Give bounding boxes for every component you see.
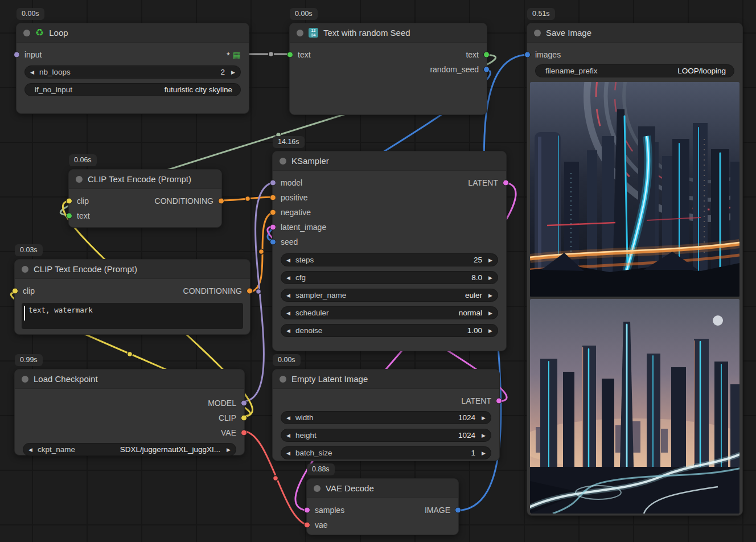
node-clip-text-encode-positive[interactable]: 0.06s CLIP Text Encode (Prompt) clip CON… (68, 169, 222, 228)
collapse-dot[interactable] (534, 30, 541, 36)
next-option-arrow-icon[interactable]: ▶ (485, 293, 492, 298)
node-loop[interactable]: 0.00s ♻ Loop input * ▦ ◀ nb_loops 2 ▶ if… (16, 23, 249, 114)
output-port-text[interactable] (483, 52, 490, 58)
next-option-arrow-icon[interactable]: ▶ (485, 310, 492, 316)
node-titlebar[interactable]: Empty Latent Image (273, 369, 499, 389)
node-title: CLIP Text Encode (Prompt) (34, 264, 137, 274)
node-graph-canvas[interactable]: 0.00s ♻ Loop input * ▦ ◀ nb_loops 2 ▶ if… (0, 0, 756, 542)
decrement-arrow-icon[interactable]: ◀ (286, 433, 294, 438)
input-port-clip[interactable] (66, 198, 72, 204)
increment-arrow-icon[interactable]: ▶ (485, 257, 492, 263)
random-number-icon: 1234 (309, 28, 318, 38)
input-port-input[interactable] (14, 52, 20, 58)
node-titlebar[interactable]: CLIP Text Encode (Prompt) (69, 170, 221, 189)
decrement-arrow-icon[interactable]: ◀ (286, 450, 294, 456)
input-port-label: text (77, 211, 90, 220)
node-ksampler[interactable]: 14.16s KSampler model LATENT positive ne… (272, 151, 507, 351)
next-option-arrow-icon[interactable]: ▶ (223, 447, 231, 453)
collapse-dot[interactable] (280, 158, 286, 165)
port-row: clip CONDITIONING (15, 284, 250, 298)
increment-arrow-icon[interactable]: ▶ (485, 328, 492, 334)
wildcard-output-label: * (227, 50, 230, 60)
decrement-arrow-icon[interactable]: ◀ (30, 69, 38, 75)
input-port-samples[interactable] (304, 507, 310, 514)
node-load-checkpoint[interactable]: 0.99s Load Checkpoint MODEL CLIP VAE ◀ c… (14, 369, 245, 455)
collapse-dot[interactable] (297, 30, 303, 36)
width-widget[interactable]: ◀ width 1024 ▶ (281, 411, 491, 424)
collapse-dot[interactable] (280, 376, 286, 383)
port-row: CLIP (15, 410, 244, 425)
collapse-dot[interactable] (76, 176, 83, 183)
node-titlebar[interactable]: Save Image (527, 23, 742, 43)
widget-value: SDXL/juggernautXL_juggXI... (120, 445, 220, 454)
node-empty-latent-image[interactable]: 0.00s Empty Latent Image LATENT ◀ width … (272, 369, 500, 461)
collapse-dot[interactable] (22, 266, 28, 273)
output-port-clip[interactable] (241, 415, 247, 421)
input-port-negative[interactable] (270, 210, 276, 216)
ckpt-name-widget[interactable]: ◀ ckpt_name SDXL/juggernautXL_juggXI... … (23, 443, 236, 456)
widget-label: nb_loops (39, 68, 71, 76)
input-port-model[interactable] (270, 180, 276, 186)
prompt-textarea[interactable]: text, watermark (22, 303, 243, 329)
input-port-text[interactable] (66, 213, 72, 219)
widget-value: 8.0 (471, 273, 482, 282)
node-save-image[interactable]: 0.51s Save Image images filename_prefix … (527, 23, 743, 516)
node-vae-decode[interactable]: 0.88s VAE Decode samples IMAGE vae (306, 478, 459, 535)
input-port-seed[interactable] (270, 239, 276, 245)
collapse-dot[interactable] (22, 376, 28, 383)
widget-value: 25 (474, 256, 482, 264)
node-clip-text-encode-negative[interactable]: 0.03s CLIP Text Encode (Prompt) clip CON… (14, 259, 250, 335)
collapse-dot[interactable] (23, 30, 30, 36)
output-port-latent[interactable] (496, 398, 502, 404)
output-port-vae[interactable] (241, 430, 247, 436)
decrement-arrow-icon[interactable]: ◀ (286, 328, 294, 334)
increment-arrow-icon[interactable]: ▶ (228, 69, 235, 75)
collapse-dot[interactable] (314, 485, 321, 492)
output-port-random-seed[interactable] (483, 67, 490, 73)
output-port-conditioning[interactable] (246, 288, 253, 294)
increment-arrow-icon[interactable]: ▶ (478, 415, 486, 421)
filename-prefix-widget[interactable]: filename_prefix LOOP/looping (535, 64, 734, 77)
cfg-widget[interactable]: ◀ cfg 8.0 ▶ (281, 271, 498, 284)
input-port-clip[interactable] (12, 288, 18, 294)
timing-badge: 0.06s (69, 154, 97, 166)
input-port-latent-image[interactable] (270, 224, 276, 231)
output-port-image[interactable] (455, 507, 461, 514)
if-no-input-widget[interactable]: if_no_input futuristic city skyline (24, 83, 241, 96)
denoise-widget[interactable]: ◀ denoise 1.00 ▶ (281, 324, 498, 337)
decrement-arrow-icon[interactable]: ◀ (286, 275, 294, 281)
prev-option-arrow-icon[interactable]: ◀ (28, 447, 36, 453)
output-port-latent[interactable] (503, 180, 509, 186)
increment-arrow-icon[interactable]: ▶ (478, 450, 486, 456)
node-titlebar[interactable]: Load Checkpoint (15, 369, 244, 389)
prev-option-arrow-icon[interactable]: ◀ (286, 293, 294, 298)
node-text-with-random-seed[interactable]: 0.00s 1234 Text with random Seed text te… (289, 23, 487, 115)
node-titlebar[interactable]: CLIP Text Encode (Prompt) (15, 260, 250, 279)
node-titlebar[interactable]: VAE Decode (307, 479, 458, 498)
height-widget[interactable]: ◀ height 1024 ▶ (281, 429, 491, 442)
output-port-conditioning[interactable] (218, 198, 224, 204)
increment-arrow-icon[interactable]: ▶ (485, 275, 492, 281)
port-row: seed (273, 235, 506, 249)
nb-loops-widget[interactable]: ◀ nb_loops 2 ▶ (24, 65, 241, 79)
batch-size-widget[interactable]: ◀ batch_size 1 ▶ (281, 446, 491, 459)
grid-icon[interactable]: ▦ (233, 51, 241, 59)
prev-option-arrow-icon[interactable]: ◀ (286, 310, 294, 316)
input-port-positive[interactable] (270, 195, 276, 201)
increment-arrow-icon[interactable]: ▶ (478, 433, 486, 438)
scheduler-widget[interactable]: ◀ scheduler normal ▶ (281, 306, 498, 319)
timing-badge: 0.51s (527, 8, 555, 20)
decrement-arrow-icon[interactable]: ◀ (286, 257, 294, 263)
input-port-vae[interactable] (304, 522, 310, 528)
input-port-images[interactable] (524, 52, 531, 58)
output-port-model[interactable] (241, 400, 247, 406)
node-titlebar[interactable]: 1234 Text with random Seed (290, 23, 487, 43)
node-titlebar[interactable]: KSampler (273, 151, 506, 171)
input-port-label: vae (315, 520, 328, 529)
steps-widget[interactable]: ◀ steps 25 ▶ (281, 253, 498, 266)
sampler-name-widget[interactable]: ◀ sampler_name euler ▶ (281, 289, 498, 302)
decrement-arrow-icon[interactable]: ◀ (286, 415, 294, 421)
node-titlebar[interactable]: ♻ Loop (17, 23, 249, 43)
prompt-text: text, watermark (28, 306, 93, 314)
input-port-text[interactable] (287, 52, 293, 58)
